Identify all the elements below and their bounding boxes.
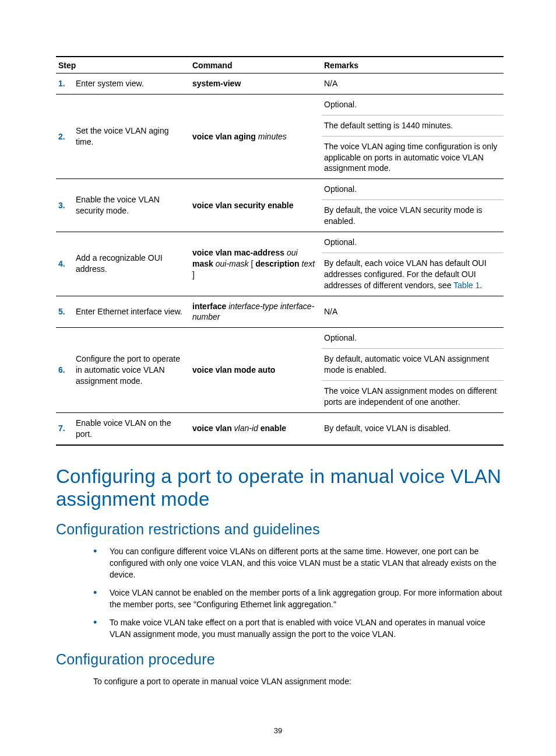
command-cell: voice vlan aging minutes xyxy=(190,94,322,178)
command-cell: interface interface-type interface-numbe… xyxy=(190,296,322,328)
remark-cell: Optional. xyxy=(322,179,504,200)
remark-cell: Optional. xyxy=(322,328,504,349)
step-description: Enable the voice VLAN security mode. xyxy=(73,179,190,232)
command-cell: voice vlan security enable xyxy=(190,179,322,232)
list-item: Voice VLAN cannot be enabled on the memb… xyxy=(93,587,504,610)
step-number: 1. xyxy=(56,74,73,94)
subsection-heading-restrictions: Configuration restrictions and guideline… xyxy=(56,521,504,538)
remark-cell: Optional. xyxy=(322,232,504,253)
step-number: 3. xyxy=(56,179,73,232)
table-row: 2.Set the voice VLAN aging time.voice vl… xyxy=(56,94,504,115)
document-page: Step Command Remarks 1.Enter system view… xyxy=(0,0,556,756)
remark-cell: The default setting is 1440 minutes. xyxy=(322,115,504,136)
step-description: Add a recognizable OUI address. xyxy=(73,232,190,296)
remark-cell: The voice VLAN assignment modes on diffe… xyxy=(322,381,504,413)
step-number: 5. xyxy=(56,296,73,328)
col-header-command: Command xyxy=(190,57,322,74)
remark-cell: By default, the voice VLAN security mode… xyxy=(322,200,504,232)
table-row: 7.Enable voice VLAN on the port.voice vl… xyxy=(56,412,504,444)
command-cell: voice vlan mode auto xyxy=(190,328,322,412)
subsection-heading-procedure: Configuration procedure xyxy=(56,651,504,668)
table-header-row: Step Command Remarks xyxy=(56,57,504,74)
step-description: Set the voice VLAN aging time. xyxy=(73,94,190,178)
list-item: You can configure different voice VLANs … xyxy=(93,546,504,580)
remark-cell: N/A xyxy=(322,74,504,94)
table-body: 1.Enter system view.system-viewN/A2.Set … xyxy=(56,74,504,445)
section-heading: Configuring a port to operate in manual … xyxy=(56,466,504,511)
table-row: 4.Add a recognizable OUI address.voice v… xyxy=(56,232,504,253)
table-row: 5.Enter Ethernet interface view.interfac… xyxy=(56,296,504,328)
step-number: 7. xyxy=(56,412,73,444)
table-row: 6.Configure the port to operate in autom… xyxy=(56,328,504,349)
remark-cell: By default, voice VLAN is disabled. xyxy=(322,412,504,444)
remark-cell: By default, automatic voice VLAN assignm… xyxy=(322,349,504,381)
step-description: Configure the port to operate in automat… xyxy=(73,328,190,412)
list-item: To make voice VLAN take effect on a port… xyxy=(93,617,504,640)
remark-cell: Optional. xyxy=(322,94,504,115)
procedure-intro-text: To configure a port to operate in manual… xyxy=(93,676,504,688)
table-link[interactable]: Table 1 xyxy=(453,281,480,290)
command-cell: voice vlan vlan-id enable xyxy=(190,412,322,444)
step-description: Enter system view. xyxy=(73,74,190,94)
col-header-remarks: Remarks xyxy=(322,57,504,74)
guidelines-list: You can configure different voice VLANs … xyxy=(93,546,504,640)
remark-cell: By default, each voice VLAN has default … xyxy=(322,253,504,296)
command-cell: voice vlan mac-address oui mask oui-mask… xyxy=(190,232,322,296)
step-number: 6. xyxy=(56,328,73,412)
command-cell: system-view xyxy=(190,74,322,94)
command-table: Step Command Remarks 1.Enter system view… xyxy=(56,56,504,446)
table-row: 3.Enable the voice VLAN security mode.vo… xyxy=(56,179,504,200)
step-number: 2. xyxy=(56,94,73,178)
page-number: 39 xyxy=(0,726,556,735)
step-number: 4. xyxy=(56,232,73,296)
table-row: 1.Enter system view.system-viewN/A xyxy=(56,74,504,94)
step-description: Enter Ethernet interface view. xyxy=(73,296,190,328)
remark-cell: N/A xyxy=(322,296,504,328)
step-description: Enable voice VLAN on the port. xyxy=(73,412,190,444)
col-header-step: Step xyxy=(56,57,190,74)
remark-cell: The voice VLAN aging time configuration … xyxy=(322,136,504,179)
